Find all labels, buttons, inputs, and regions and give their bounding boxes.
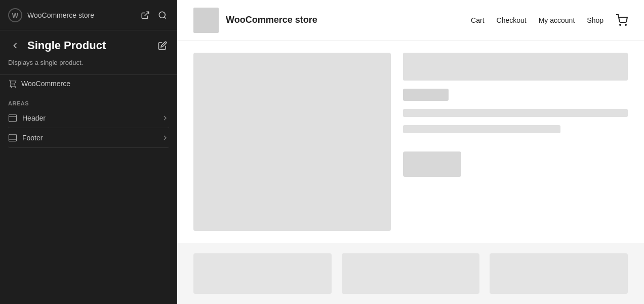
topbar-icons <box>139 9 169 22</box>
areas-label: AREAS <box>8 100 169 106</box>
preview-product-image <box>193 53 391 231</box>
site-title-label: WooCommerce store <box>27 11 134 19</box>
external-link-icon <box>141 11 150 20</box>
preview-add-to-cart-placeholder <box>403 151 461 177</box>
sidebar-topbar: W WooCommerce store <box>0 0 177 30</box>
preview-logo-placeholder <box>193 8 219 33</box>
wp-logo-icon: W <box>8 8 22 22</box>
preview-product-desc-1-placeholder <box>403 109 628 117</box>
back-button[interactable] <box>8 39 22 53</box>
svg-point-6 <box>15 87 16 88</box>
chevron-right-icon <box>161 114 169 122</box>
cart-icon[interactable] <box>616 14 628 26</box>
nav-link-checkout[interactable]: Checkout <box>497 16 527 24</box>
preview-product-details <box>403 53 628 231</box>
area-item-footer[interactable]: Footer <box>8 128 169 148</box>
preview-area: WooCommerce store Cart Checkout My accou… <box>177 0 644 304</box>
preview-product-price-placeholder <box>403 89 449 101</box>
search-button[interactable] <box>156 9 169 22</box>
edit-pencil-icon <box>158 41 167 50</box>
preview-site-name: WooCommerce store <box>226 15 471 25</box>
preview-related-product-2 <box>342 253 480 294</box>
back-arrow-icon <box>10 41 20 51</box>
svg-line-2 <box>145 12 149 16</box>
svg-rect-7 <box>9 115 17 122</box>
preview-product-title-placeholder <box>403 53 628 81</box>
edit-button[interactable] <box>156 39 169 52</box>
plugin-name-label: WooCommerce <box>21 80 70 88</box>
svg-point-3 <box>159 12 165 18</box>
preview-product-section <box>177 41 644 243</box>
header-area-icon <box>8 113 17 123</box>
page-header: Single Product <box>0 30 177 57</box>
area-footer-label: Footer <box>22 134 161 142</box>
search-icon <box>158 11 167 20</box>
preview-site-header: WooCommerce store Cart Checkout My accou… <box>177 0 644 41</box>
preview-product-desc-2-placeholder <box>403 125 560 133</box>
sidebar: W WooCommerce store <box>0 0 177 304</box>
svg-rect-9 <box>9 134 17 141</box>
page-description: Displays a single product. <box>0 57 177 74</box>
page-title: Single Product <box>27 39 151 52</box>
footer-area-icon <box>8 133 17 142</box>
preview-window: WooCommerce store Cart Checkout My accou… <box>177 0 644 304</box>
area-item-header[interactable]: Header <box>8 108 169 128</box>
chevron-right-icon-footer <box>161 134 169 142</box>
svg-point-5 <box>11 87 12 88</box>
svg-point-12 <box>625 24 626 25</box>
woocommerce-icon <box>8 79 17 88</box>
external-link-button[interactable] <box>139 9 152 22</box>
preview-related-product-3 <box>490 253 628 294</box>
svg-line-4 <box>164 17 166 18</box>
svg-point-11 <box>620 24 621 25</box>
plugin-row: WooCommerce <box>0 74 177 92</box>
preview-nav: Cart Checkout My account Shop <box>471 16 603 24</box>
preview-related-product-1 <box>193 253 332 294</box>
nav-link-shop[interactable]: Shop <box>587 16 603 24</box>
areas-section: AREAS Header <box>0 92 177 152</box>
area-header-label: Header <box>22 114 161 122</box>
svg-text:W: W <box>12 12 19 19</box>
nav-link-cart[interactable]: Cart <box>471 16 484 24</box>
preview-related-section <box>177 243 644 304</box>
nav-link-myaccount[interactable]: My account <box>539 16 575 24</box>
